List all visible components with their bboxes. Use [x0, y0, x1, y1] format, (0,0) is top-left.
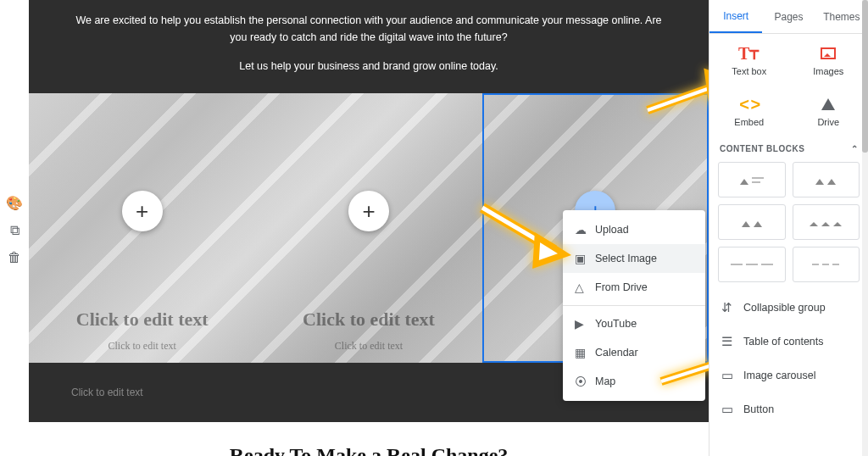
footer-text: Click to edit text [71, 386, 143, 398]
content-blocks-header[interactable]: CONTENT BLOCKS ⌃ [709, 136, 868, 158]
collapsible-icon: ⇵ [721, 300, 743, 315]
column-1[interactable]: + Click to edit text Click to edit text [29, 93, 255, 363]
menu-divider [563, 305, 705, 306]
block-template-3[interactable] [718, 204, 786, 240]
block-template-1[interactable] [718, 162, 786, 197]
hero-text-block[interactable]: We are excited to help you establish the… [29, 0, 709, 93]
add-content-button[interactable]: + [122, 191, 163, 231]
images-icon [821, 44, 836, 63]
menu-calendar[interactable]: ▦Calendar [563, 338, 705, 367]
insert-embed[interactable]: < > Embed [709, 85, 789, 136]
site-canvas: We are excited to help you establish the… [29, 0, 709, 456]
block-template-6[interactable] [793, 247, 860, 282]
textbox-icon: Tᴛ [738, 44, 760, 63]
insert-drive[interactable]: Drive [789, 85, 869, 136]
column-2[interactable]: + Click to edit text Click to edit text [255, 93, 481, 363]
menu-from-drive[interactable]: △From Drive [563, 273, 705, 302]
insert-table-of-contents[interactable]: ☰Table of contents [709, 325, 868, 359]
insert-context-menu: ☁Upload ▣Select Image △From Drive ▶YouTu… [563, 210, 705, 401]
block-template-5[interactable] [718, 247, 786, 282]
tab-pages[interactable]: Pages [762, 0, 815, 33]
column-subtitle[interactable]: Click to edit text [335, 340, 403, 353]
toc-icon: ☰ [721, 334, 743, 349]
block-template-4[interactable] [793, 204, 860, 240]
tab-insert[interactable]: Insert [709, 0, 762, 33]
button-icon: ▭ [721, 402, 743, 417]
palette-icon[interactable]: 🎨 [6, 195, 23, 211]
hero-line-2: Let us help your business and brand grow… [71, 58, 666, 75]
sidebar-tabs: Insert Pages Themes [709, 0, 868, 34]
column-subtitle[interactable]: Click to edit text [108, 340, 175, 353]
insert-images[interactable]: Images [789, 34, 869, 85]
hero-line-1: We are excited to help you establish the… [71, 12, 666, 46]
column-title[interactable]: Click to edit text [76, 309, 209, 331]
cta-heading: Ready To Make a Real Change? [29, 444, 709, 456]
copy-icon[interactable]: ⧉ [10, 223, 19, 238]
delete-icon[interactable]: 🗑 [8, 250, 21, 265]
map-icon: ⦿ [575, 375, 595, 388]
insert-collapsible-group[interactable]: ⇵Collapsible group [709, 291, 868, 325]
image-icon: ▣ [575, 252, 595, 265]
tab-themes[interactable]: Themes [815, 0, 868, 33]
calendar-icon: ▦ [575, 346, 595, 359]
content-blocks-grid [709, 158, 868, 291]
drive-icon: △ [575, 281, 595, 294]
cta-section[interactable]: Ready To Make a Real Change? [29, 422, 709, 456]
insert-grid: Tᴛ Text box Images < > Embed Drive [709, 34, 868, 136]
block-template-2[interactable] [793, 162, 860, 197]
menu-map[interactable]: ⦿Map [563, 367, 705, 396]
menu-youtube[interactable]: ▶YouTube [563, 309, 705, 338]
upload-icon: ☁ [575, 223, 595, 236]
carousel-icon: ▭ [721, 368, 743, 383]
drive-icon [821, 95, 835, 114]
add-content-button[interactable]: + [348, 191, 389, 231]
menu-select-image[interactable]: ▣Select Image [563, 244, 705, 273]
insert-button[interactable]: ▭Button [709, 392, 868, 426]
insert-image-carousel[interactable]: ▭Image carousel [709, 359, 868, 392]
toolbar-left: 🎨 ⧉ 🗑 [0, 0, 29, 456]
chevron-up-icon: ⌃ [851, 144, 859, 153]
column-title[interactable]: Click to edit text [303, 309, 435, 331]
menu-upload[interactable]: ☁Upload [563, 215, 705, 244]
sidebar-scrollbar[interactable] [862, 0, 868, 456]
embed-icon: < > [739, 95, 759, 114]
right-sidebar: Insert Pages Themes Tᴛ Text box Images <… [709, 0, 868, 456]
insert-textbox[interactable]: Tᴛ Text box [709, 34, 789, 85]
youtube-icon: ▶ [575, 317, 595, 331]
